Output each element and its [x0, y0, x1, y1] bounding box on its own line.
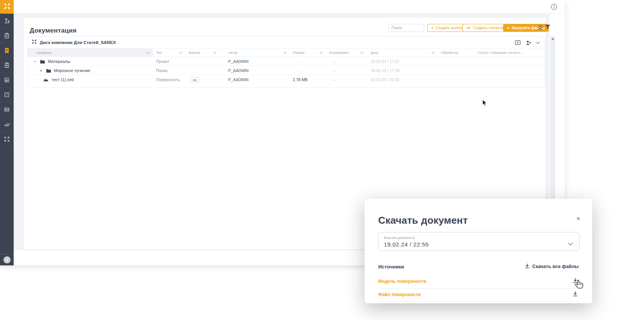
source-row-surface-file: Файл поверхности [378, 289, 579, 302]
bar-chart-icon [4, 77, 10, 83]
type-cell: Поверхность [156, 75, 180, 84]
hand-cursor [575, 279, 584, 292]
sidebar-item-fullscreen[interactable] [0, 132, 14, 147]
sidebar-item-help[interactable]: ? [0, 88, 14, 102]
table-row[interactable]: тест (1).xml Поверхность v1 P_AADMIN 2.7… [28, 75, 545, 84]
sort-chevron-icon[interactable] [431, 49, 435, 57]
column-header-status[interactable]: Статус / Название согласо... [478, 49, 523, 57]
search-input[interactable] [388, 24, 424, 32]
double-check-icon [466, 26, 471, 30]
type-cell: Проект [156, 57, 169, 66]
question-icon: ? [4, 92, 10, 98]
download-document-modal: Скачать документ × Версия документа 19.0… [365, 199, 592, 303]
screen: ? [0, 0, 644, 320]
column-header-author[interactable]: Автор [228, 49, 238, 57]
add-user-icon[interactable] [526, 40, 531, 45]
double-check-icon [4, 121, 10, 128]
sort-chevron-icon[interactable] [360, 49, 364, 57]
column-header-date[interactable]: Дата [371, 49, 378, 57]
version-select-value: 19.02.24 / 22:55 [384, 241, 429, 248]
column-header-size[interactable]: Размер [293, 49, 305, 57]
add-folder-icon[interactable] [515, 40, 521, 45]
source-row-surface-model: Модель поверхности [378, 275, 579, 289]
expand-icon [4, 136, 10, 142]
sidebar-profile[interactable] [0, 254, 14, 265]
sidebar-item-analytics[interactable] [0, 73, 14, 88]
type-cell: Папка [156, 66, 167, 75]
drive-header: Диск компании Для Статей_SAREX [28, 37, 545, 49]
source-link[interactable]: Файл поверхности [378, 292, 421, 297]
sarex-x-logo-icon [3, 3, 11, 11]
version-badge: v1 [190, 77, 199, 83]
size-cell: 2.78 MB [293, 75, 308, 84]
size-cell: - [298, 57, 300, 66]
close-icon[interactable]: × [576, 215, 580, 222]
author-cell: P_AADMIN [228, 75, 249, 84]
app-logo[interactable] [0, 0, 14, 14]
size-cell: - [298, 66, 300, 75]
date-cell: 19.02.24 / 17:30 [371, 66, 399, 75]
id-card-icon [4, 107, 10, 113]
author-cell: P_AADMIN [228, 57, 249, 66]
table-header-row: Название Тип Версия [28, 49, 545, 57]
column-header-processing[interactable]: Обработка [441, 49, 458, 57]
drive-title: Диск компании Для Статей_SAREX [40, 40, 116, 45]
scroll-up-arrow-icon[interactable] [551, 38, 554, 40]
table-row[interactable]: − Материалы Проект P_AADMIN - - 19.02.24… [28, 57, 545, 66]
svg-text:?: ? [6, 93, 8, 97]
sources-label: Источники [378, 264, 404, 270]
sort-chevron-icon[interactable] [179, 49, 182, 57]
sidebar-item-registry[interactable] [0, 102, 14, 117]
table-row[interactable]: + Морозное пучение Папка P_AADMIN - - 19… [28, 66, 545, 75]
version-select[interactable]: Версия документа 19.02.24 / 22:55 [378, 232, 579, 251]
sidebar-item-projects[interactable] [0, 14, 14, 28]
column-header-name[interactable]: Название [36, 49, 52, 57]
column-header-version[interactable]: Версия [189, 49, 200, 57]
user-avatar-icon [3, 256, 11, 264]
plus-icon: + [507, 26, 510, 30]
author-cell: P_AADMIN [228, 66, 249, 75]
folder-icon [46, 69, 51, 73]
document-icon [4, 47, 10, 53]
info-icon[interactable] [551, 3, 557, 10]
company-drive-icon [32, 39, 37, 46]
chevron-down-icon [568, 240, 573, 247]
download-icon [525, 264, 530, 270]
column-header-type[interactable]: Тип [156, 49, 162, 57]
topbar [14, 0, 565, 14]
filter-funnel-icon[interactable] [545, 24, 552, 31]
sidebar-item-tasks[interactable] [0, 28, 14, 43]
map-surveyor-icon [4, 18, 10, 24]
mouse-pointer-cursor [482, 99, 487, 108]
drive-table-card: Диск компании Для Статей_SAREX [27, 36, 545, 88]
sidebar-item-documentation[interactable] [0, 43, 14, 58]
sidebar-item-approvals[interactable] [0, 117, 14, 132]
surface-file-icon [43, 78, 49, 82]
sidebar-item-upload[interactable] [0, 58, 14, 73]
column-header-cached[interactable]: Кэшировано [329, 49, 349, 57]
sort-chevron-icon[interactable] [319, 49, 323, 57]
download-all-button[interactable]: Скачать все файлы [525, 264, 579, 270]
date-cell: 19.02.24 / 17:27 [371, 57, 399, 66]
cached-cell: - [334, 66, 335, 75]
collapse-chevron-icon[interactable] [536, 42, 540, 44]
modal-title: Скачать документ [378, 215, 468, 226]
sources-row: Источники Скачать все файлы [378, 263, 579, 271]
plus-icon: + [431, 26, 434, 30]
sort-chevron-icon[interactable] [213, 49, 216, 57]
clipboard-arrow-icon [4, 62, 10, 68]
cached-cell: - [334, 75, 335, 84]
sort-chevron-icon[interactable] [283, 49, 287, 57]
sidebar: ? [0, 0, 14, 265]
collapse-toggle[interactable]: − [34, 59, 38, 64]
expand-toggle[interactable]: + [40, 68, 44, 73]
clipboard-check-icon [4, 33, 10, 39]
date-cell: 19.02.24 / 22:55 [371, 75, 399, 84]
source-link[interactable]: Модель поверхности [378, 279, 426, 284]
sort-chevron-icon[interactable] [147, 49, 150, 57]
settings-gear-icon[interactable] [537, 24, 544, 31]
version-select-label: Версия документа [384, 235, 415, 240]
cached-cell: - [334, 57, 335, 66]
page-title: Документация [30, 27, 77, 35]
folder-icon [40, 60, 45, 64]
